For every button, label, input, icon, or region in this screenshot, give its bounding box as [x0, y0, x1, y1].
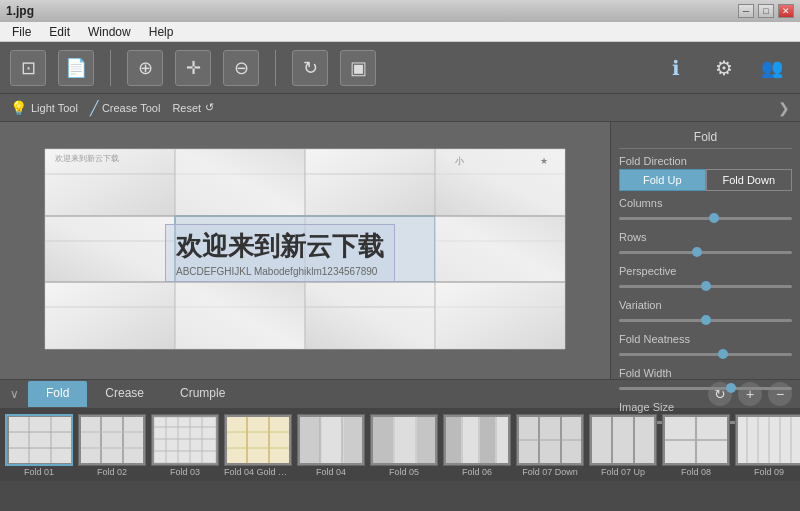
fold-neatness-label: Fold Neatness [619, 333, 792, 345]
right-panel: Fold Fold Direction Fold Up Fold Down Co… [610, 122, 800, 379]
perspective-slider[interactable] [619, 279, 792, 293]
thumb-img-fold05 [370, 414, 438, 466]
svg-rect-2 [175, 149, 305, 216]
maximize-button[interactable]: □ [758, 4, 774, 18]
crop-icon[interactable]: ⊡ [10, 50, 46, 86]
rotate-icon[interactable]: ↻ [292, 50, 328, 86]
thumb-fold06[interactable]: Fold 06 [442, 414, 512, 477]
svg-rect-57 [344, 417, 362, 463]
menu-help[interactable]: Help [141, 23, 182, 41]
svg-rect-17 [435, 282, 565, 349]
thumb-img-fold03 [151, 414, 219, 466]
share-icon[interactable]: 👥 [754, 50, 790, 86]
zoom-out-icon[interactable]: ⊖ [223, 50, 259, 86]
reset-icon: ↺ [205, 101, 214, 114]
menu-bar: File Edit Window Help [0, 22, 800, 42]
expand-arrow[interactable]: ❯ [778, 100, 790, 116]
thumb-img-fold07up [589, 414, 657, 466]
fold-direction-row: Fold Direction Fold Up Fold Down [619, 155, 792, 191]
file-icon[interactable]: 📄 [58, 50, 94, 86]
reset-label: Reset [172, 102, 201, 114]
menu-window[interactable]: Window [80, 23, 139, 41]
thumb-label-fold05: Fold 05 [389, 467, 419, 477]
columns-row: Columns [619, 197, 792, 225]
fold-paper: 小 ★ 欢迎来到新云下载 欢迎来到新云下载 ABCDEFGHIJKL Mabod… [35, 139, 575, 362]
svg-rect-35 [81, 417, 143, 463]
columns-slider[interactable] [619, 211, 792, 225]
thumb-fold04[interactable]: Fold 04 [296, 414, 366, 477]
thumb-fold02[interactable]: Fold 02 [77, 414, 147, 477]
thumbnail-strip: Fold 01 Fold 02 Fold 03 Fold 04 Gold Lig… [0, 409, 800, 481]
fold-up-button[interactable]: Fold Up [619, 169, 706, 191]
variation-label: Variation [619, 299, 792, 311]
info-icon[interactable]: ℹ [658, 50, 694, 86]
tab-crumple[interactable]: Crumple [162, 381, 243, 407]
thumb-fold07up[interactable]: Fold 07 Up [588, 414, 658, 477]
svg-rect-56 [322, 417, 342, 463]
thumb-fold03[interactable]: Fold 03 [150, 414, 220, 477]
fold-neatness-slider[interactable] [619, 347, 792, 361]
svg-rect-62 [395, 417, 415, 463]
menu-file[interactable]: File [4, 23, 39, 41]
canvas-area[interactable]: 小 ★ 欢迎来到新云下载 欢迎来到新云下载 ABCDEFGHIJKL Mabod… [0, 122, 610, 379]
collapse-button[interactable]: ∨ [0, 379, 28, 409]
settings-icon[interactable]: ⚙ [706, 50, 742, 86]
fold-width-label: Fold Width [619, 367, 792, 379]
fold-down-button[interactable]: Fold Down [706, 169, 793, 191]
thumb-fold01[interactable]: Fold 01 [4, 414, 74, 477]
thumb-label-fold03: Fold 03 [170, 467, 200, 477]
light-tool-item[interactable]: 💡 Light Tool [10, 100, 78, 116]
svg-rect-3 [305, 149, 435, 216]
chinese-text: 欢迎来到新云下载 [176, 229, 384, 264]
thumb-fold09[interactable]: Fold 09 [734, 414, 800, 477]
svg-rect-67 [480, 417, 495, 463]
svg-rect-65 [446, 417, 461, 463]
columns-label: Columns [619, 197, 792, 209]
thumb-label-fold04: Fold 04 [316, 467, 346, 477]
svg-rect-9 [45, 216, 175, 282]
perspective-label: Perspective [619, 265, 792, 277]
thumb-label-fold08: Fold 08 [681, 467, 711, 477]
panel-title: Fold [619, 130, 792, 149]
canvas-text-overlay: 欢迎来到新云下载 ABCDEFGHIJKL Mabodefghiklm12345… [165, 224, 395, 282]
fold-direction-label: Fold Direction [619, 155, 792, 167]
sub-toolbar: 💡 Light Tool ╱ Crease Tool Reset ↺ ❯ [0, 94, 800, 122]
svg-rect-15 [175, 282, 305, 349]
zoom-in-icon[interactable]: ⊕ [127, 50, 163, 86]
minimize-button[interactable]: ─ [738, 4, 754, 18]
thumb-img-fold09 [735, 414, 800, 466]
svg-rect-68 [497, 417, 508, 463]
thumb-img-fold01 [5, 414, 73, 466]
thumb-fold04gold[interactable]: Fold 04 Gold Light [223, 414, 293, 477]
svg-rect-49 [227, 417, 289, 463]
fold-width-slider[interactable] [619, 381, 792, 395]
thumb-fold05[interactable]: Fold 05 [369, 414, 439, 477]
thumb-img-fold02 [78, 414, 146, 466]
close-button[interactable]: ✕ [778, 4, 794, 18]
title-bar: 1.jpg ─ □ ✕ [0, 0, 800, 22]
thumb-label-fold09: Fold 09 [754, 467, 784, 477]
reset-item[interactable]: Reset ↺ [172, 101, 214, 114]
svg-text:小: 小 [455, 156, 464, 166]
svg-rect-61 [373, 417, 393, 463]
svg-rect-55 [300, 417, 320, 463]
tab-fold[interactable]: Fold [28, 381, 87, 407]
thumb-img-fold08 [662, 414, 730, 466]
main-toolbar: ⊡ 📄 ⊕ ✛ ⊖ ↻ ▣ ℹ ⚙ 👥 [0, 42, 800, 94]
fold-direction-buttons: Fold Up Fold Down [619, 169, 792, 191]
tab-crease[interactable]: Crease [87, 381, 162, 407]
thumb-fold07down[interactable]: Fold 07 Down [515, 414, 585, 477]
perspective-row: Perspective [619, 265, 792, 293]
image-icon[interactable]: ▣ [340, 50, 376, 86]
move-icon[interactable]: ✛ [175, 50, 211, 86]
variation-slider[interactable] [619, 313, 792, 327]
thumb-fold08[interactable]: Fold 08 [661, 414, 731, 477]
svg-rect-73 [592, 417, 654, 463]
rows-slider[interactable] [619, 245, 792, 259]
menu-edit[interactable]: Edit [41, 23, 78, 41]
thumb-label-fold06: Fold 06 [462, 467, 492, 477]
window-title: 1.jpg [6, 4, 34, 18]
crease-tool-item[interactable]: ╱ Crease Tool [90, 100, 161, 116]
toolbar-sep-1 [110, 50, 111, 86]
svg-rect-16 [305, 282, 435, 349]
